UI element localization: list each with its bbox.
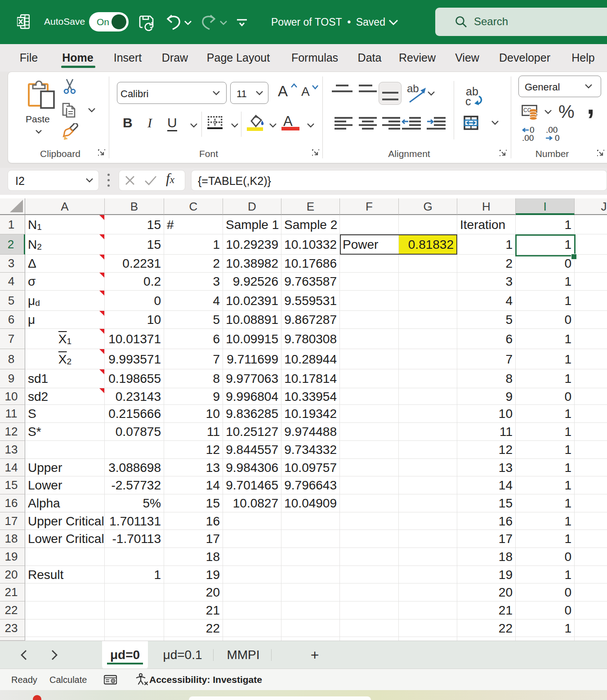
svg-text:0: 0 (555, 133, 560, 141)
svg-text:ab: ab (407, 84, 419, 94)
svg-text:.00: .00 (522, 133, 534, 141)
svg-text:c: c (465, 95, 471, 107)
